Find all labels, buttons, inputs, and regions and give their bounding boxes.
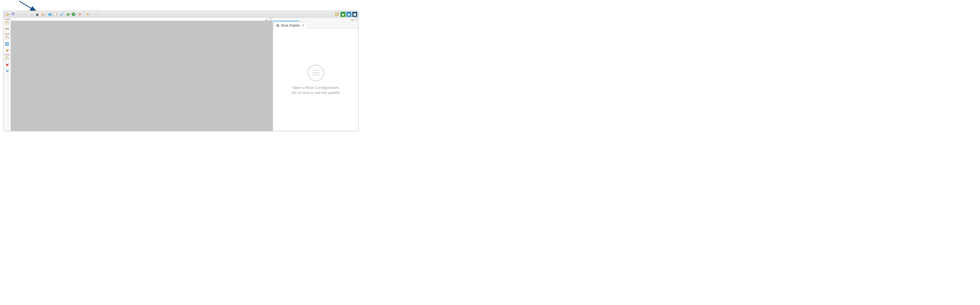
export-image-button[interactable] bbox=[47, 11, 53, 17]
svg-rect-19 bbox=[6, 22, 8, 24]
arrow-right-icon bbox=[90, 12, 93, 16]
camera-icon bbox=[48, 12, 52, 16]
activity-separator-icon bbox=[5, 54, 10, 55]
floppy-stack-icon bbox=[22, 12, 27, 16]
svg-rect-17 bbox=[335, 14, 337, 16]
document-new-icon bbox=[5, 12, 8, 16]
import-button[interactable] bbox=[53, 11, 59, 17]
grid-plus-icon bbox=[335, 12, 339, 16]
main-area: Mule Palette ✕ Open a Mule Configuration… bbox=[4, 18, 358, 131]
activity-separator-icon bbox=[5, 34, 10, 35]
pin-icon bbox=[98, 12, 102, 16]
activity-bar bbox=[4, 18, 11, 131]
save-button bbox=[16, 11, 22, 17]
svg-point-10 bbox=[49, 14, 51, 15]
svg-rect-15 bbox=[79, 13, 81, 15]
manage-api-button[interactable] bbox=[40, 11, 46, 17]
close-icon[interactable]: ✕ bbox=[302, 24, 304, 27]
toolbar-group-launch bbox=[65, 11, 83, 18]
svg-rect-27 bbox=[5, 44, 7, 46]
activity-mule-app-icon[interactable] bbox=[4, 27, 10, 32]
svg-rect-21 bbox=[6, 28, 7, 29]
palette-body: Open a Mule Configuration file or test t… bbox=[273, 29, 358, 131]
stage: Mule Palette ✕ Open a Mule Configuration… bbox=[0, 0, 980, 305]
svg-rect-22 bbox=[8, 28, 9, 29]
palette-tabstrip: Mule Palette ✕ bbox=[273, 21, 358, 29]
activity-mule-blue-icon[interactable] bbox=[4, 68, 10, 74]
activity-munit-icon[interactable] bbox=[4, 56, 10, 61]
palette-empty-line1: Open a Mule Configuration bbox=[292, 85, 340, 90]
activity-outline-icon[interactable] bbox=[4, 35, 10, 41]
svg-rect-28 bbox=[7, 44, 9, 46]
svg-rect-25 bbox=[5, 42, 7, 44]
svg-rect-30 bbox=[6, 57, 8, 57]
stop-icon bbox=[78, 12, 82, 16]
activity-mule-red-icon[interactable] bbox=[4, 62, 10, 67]
import-icon bbox=[54, 12, 58, 16]
upload-cloud-icon bbox=[29, 12, 34, 16]
svg-rect-24 bbox=[6, 36, 8, 37]
svg-rect-29 bbox=[6, 57, 8, 59]
debug-button[interactable] bbox=[66, 11, 72, 17]
refresh-icon bbox=[59, 12, 64, 16]
mule-head-icon bbox=[35, 12, 40, 16]
toolbar-group-publish bbox=[28, 11, 46, 18]
perspective-mule-design[interactable] bbox=[340, 12, 345, 17]
tab-mule-palette[interactable]: Mule Palette ✕ bbox=[274, 22, 307, 29]
floppy-icon bbox=[16, 12, 21, 16]
palette-placeholder-icon bbox=[307, 64, 324, 81]
mule-perspective-icon bbox=[341, 12, 345, 16]
svg-rect-16 bbox=[335, 13, 337, 14]
minimize-view-icon[interactable] bbox=[351, 19, 354, 21]
exchange-icon bbox=[11, 12, 15, 16]
maximize-view-icon[interactable] bbox=[355, 18, 357, 21]
toolbar-group-nav bbox=[83, 11, 96, 18]
toolbar-group-file bbox=[4, 11, 28, 18]
forward-button bbox=[90, 11, 95, 17]
list-icon bbox=[276, 24, 280, 27]
svg-rect-6 bbox=[23, 13, 25, 15]
stop-button bbox=[77, 11, 83, 17]
editor-empty-canvas bbox=[11, 21, 273, 131]
palette-empty-line2: file or test to see the palette bbox=[292, 90, 340, 95]
palette-window-controls bbox=[273, 18, 358, 21]
svg-rect-23 bbox=[6, 37, 8, 39]
svg-line-0 bbox=[19, 1, 37, 12]
editor-area bbox=[11, 18, 273, 131]
svg-rect-18 bbox=[337, 14, 339, 16]
toolbar-group-misc bbox=[96, 11, 103, 18]
perspective-api-design[interactable] bbox=[352, 12, 357, 17]
run-button[interactable] bbox=[72, 11, 77, 17]
bug-icon bbox=[66, 12, 69, 16]
mule-palette-panel: Mule Palette ✕ Open a Mule Configuration… bbox=[273, 18, 358, 131]
arrow-left-icon bbox=[84, 12, 88, 16]
activity-connections-icon[interactable] bbox=[4, 47, 10, 53]
maximize-view-icon[interactable] bbox=[269, 18, 272, 21]
perspective-mule-debug[interactable] bbox=[346, 12, 352, 17]
refresh-button[interactable] bbox=[59, 11, 64, 17]
toggle-button bbox=[97, 11, 103, 17]
publish-button bbox=[29, 11, 35, 17]
activity-explorer-icon[interactable] bbox=[4, 21, 10, 26]
mule-debug-perspective-icon bbox=[347, 12, 351, 16]
svg-rect-20 bbox=[6, 21, 8, 22]
svg-rect-11 bbox=[49, 13, 50, 13]
activity-global-elements-icon[interactable] bbox=[4, 41, 10, 47]
play-circle-icon bbox=[72, 12, 75, 16]
activity-separator-icon bbox=[5, 19, 10, 20]
open-perspective-button[interactable] bbox=[334, 11, 340, 17]
app-window: Mule Palette ✕ Open a Mule Configuration… bbox=[3, 11, 359, 131]
toolbar-group-perspectives bbox=[333, 11, 358, 18]
tab-label: Mule Palette bbox=[281, 24, 300, 27]
exchange-button[interactable] bbox=[10, 11, 16, 17]
new-wizard-button[interactable] bbox=[5, 11, 10, 17]
minimize-view-icon[interactable] bbox=[265, 19, 268, 21]
svg-point-13 bbox=[67, 13, 69, 16]
editor-window-controls bbox=[11, 18, 273, 21]
palette-empty-message: Open a Mule Configuration file or test t… bbox=[292, 85, 340, 95]
back-button[interactable] bbox=[84, 11, 90, 17]
save-all-button bbox=[22, 11, 27, 17]
main-toolbar bbox=[4, 11, 358, 18]
deploy-button[interactable] bbox=[35, 11, 40, 17]
svg-rect-4 bbox=[18, 13, 20, 14]
